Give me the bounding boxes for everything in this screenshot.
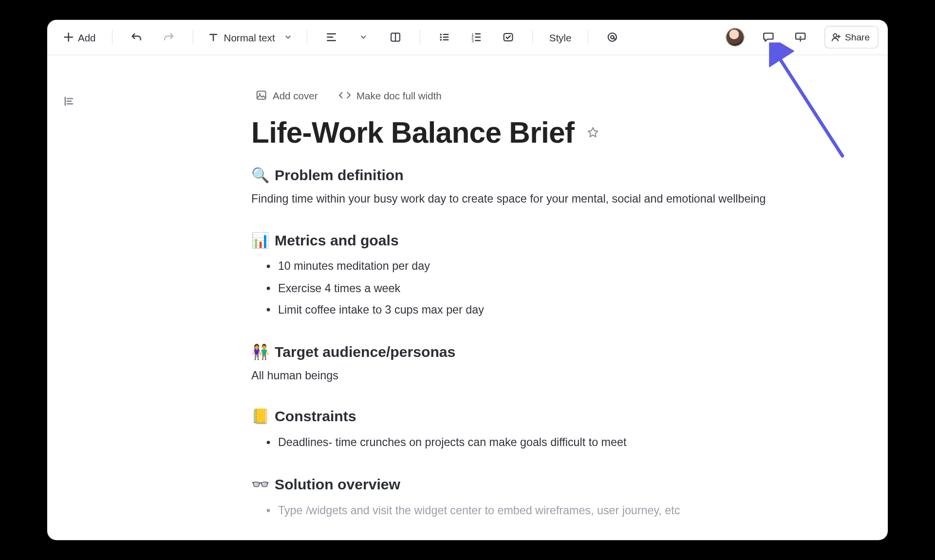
align-left-icon [326,31,338,43]
svg-text:3: 3 [472,39,474,43]
section-heading[interactable]: 📊 Metrics and goals [251,232,772,250]
section-heading-text: Problem definition [275,167,404,184]
bulleted-list[interactable]: Deadlines- time crunches on projects can… [265,432,772,453]
undo-icon [131,31,143,43]
align-dropdown[interactable] [349,26,378,48]
document-body: Add cover Make doc full width Life-Work … [251,87,772,524]
page-title[interactable]: Life-Work Balance Brief [251,116,772,149]
section-heading-text: Target audience/personas [275,343,455,361]
text-style-label: Normal text [224,32,275,43]
toolbar-separator [192,30,193,44]
text-type-icon [208,32,219,42]
bulleted-list-icon [438,31,450,43]
expand-horizontal-icon [338,91,351,100]
paragraph[interactable]: Finding time within your busy work day t… [251,190,772,208]
add-button[interactable]: Add [56,26,102,48]
section-emoji: 👓 [251,476,269,494]
outline-toggle-button[interactable] [59,92,78,111]
doc-quick-actions: Add cover Make doc full width [251,87,772,104]
text-style-dropdown[interactable]: Normal text [203,26,298,48]
paragraph[interactable]: All human beings [251,368,772,385]
outline-icon [62,94,75,108]
svg-point-2 [440,36,442,38]
add-button-label: Add [78,32,96,43]
redo-icon [163,31,175,43]
list-item[interactable]: Deadlines- time crunches on projects can… [278,432,772,453]
svg-point-3 [440,39,442,41]
redo-button[interactable] [154,26,183,48]
svg-point-11 [833,34,837,37]
section-heading-text: Solution overview [275,476,400,494]
toolbar-separator [307,30,307,44]
plus-icon [63,32,74,42]
annotation-arrow [769,42,888,176]
comments-button[interactable] [753,26,783,48]
svg-rect-10 [796,33,805,39]
image-icon [255,89,267,101]
section-heading[interactable]: 🔍 Problem definition [251,167,772,184]
share-person-icon [830,32,841,42]
section-emoji: 📊 [251,232,269,250]
svg-point-8 [608,33,616,41]
section-emoji: 👫 [251,343,269,361]
star-outline-icon [586,126,599,139]
svg-rect-12 [257,91,266,99]
toolbar: Add Normal text [47,20,888,56]
mention-button[interactable] [598,26,627,48]
section-heading-text: Constraints [275,408,356,425]
toolbar-separator [532,30,533,44]
share-button-label: Share [845,32,870,42]
chevron-down-icon [360,33,368,41]
comment-icon [762,31,775,44]
at-sign-icon [606,31,618,43]
chevron-down-icon [284,33,292,41]
undo-button[interactable] [122,26,151,48]
present-button[interactable] [785,26,815,48]
style-button-label: Style [546,32,574,43]
toolbar-separator [587,30,588,44]
favorite-button[interactable] [583,123,602,142]
avatar[interactable] [726,28,744,46]
align-button[interactable] [317,26,346,48]
add-cover-button[interactable]: Add cover [251,87,322,104]
page-title-text: Life-Work Balance Brief [251,116,574,149]
layout-columns-button[interactable] [381,26,410,48]
list-item[interactable]: 10 minutes meditation per day [278,256,772,278]
section-emoji: 🔍 [251,167,269,184]
list-item[interactable]: Exercise 4 times a week [278,278,772,299]
toolbar-separator [420,30,420,44]
columns-icon [390,31,402,43]
full-width-button[interactable]: Make doc full width [334,87,446,103]
bulleted-list-button[interactable] [430,26,459,48]
section-heading[interactable]: 📒 Constraints [251,408,772,425]
presentation-icon [793,31,806,44]
add-cover-label: Add cover [273,90,318,101]
svg-line-14 [777,55,842,156]
list-item[interactable]: Limit coffee intake to 3 cups max per da… [278,299,772,321]
svg-point-13 [259,93,261,95]
bulleted-list[interactable]: 10 minutes meditation per day Exercise 4… [265,256,772,321]
document-window: Add Normal text [47,20,888,541]
section-heading-text: Metrics and goals [275,232,399,250]
share-button[interactable]: Share [824,26,878,49]
bulleted-list[interactable]: Type /widgets and visit the widget cente… [265,500,772,522]
toolbar-separator [112,30,112,44]
checklist-button[interactable] [494,26,523,48]
checklist-icon [503,31,515,43]
style-button[interactable]: Style [542,26,578,48]
numbered-list-icon: 123 [470,31,483,43]
svg-point-1 [440,34,442,36]
full-width-label: Make doc full width [356,90,442,101]
list-item-placeholder[interactable]: Type /widgets and visit the widget cente… [278,500,772,522]
section-emoji: 📒 [251,408,269,425]
section-heading[interactable]: 👓 Solution overview [251,476,772,494]
numbered-list-button[interactable]: 123 [462,26,491,48]
section-heading[interactable]: 👫 Target audience/personas [251,343,772,361]
